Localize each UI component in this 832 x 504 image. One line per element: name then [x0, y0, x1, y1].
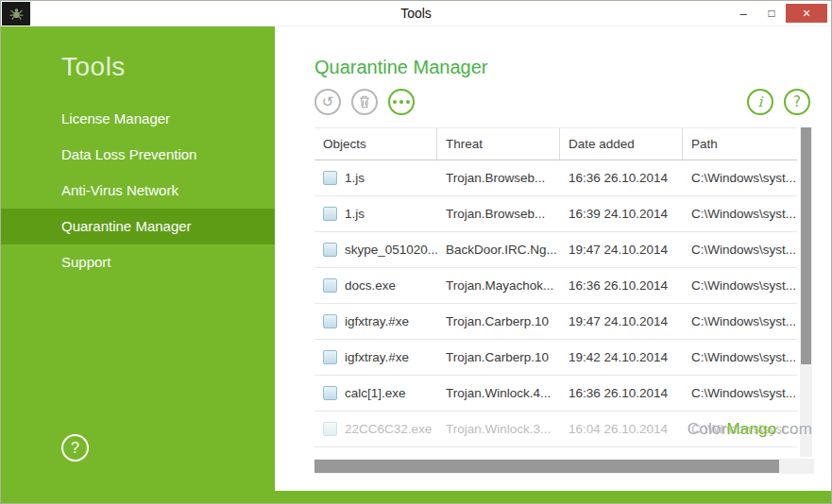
delete-button[interactable] [351, 89, 378, 115]
column-header-threat[interactable]: Threat [437, 128, 560, 160]
vertical-scrollbar[interactable] [800, 127, 812, 457]
toolbar-left-group: ↺ [314, 89, 415, 115]
file-icon [323, 386, 337, 400]
ellipsis-icon [393, 100, 410, 104]
page-title: Quarantine Manager [314, 57, 487, 78]
window-border-bottom [275, 491, 831, 503]
sidebar-item-quarantine-manager[interactable]: Quarantine Manager [1, 209, 275, 244]
table-row[interactable]: igfxtray.#xe Trojan.Carberp.10 19:47 24.… [314, 304, 797, 340]
file-path: C:\Windows\syst... [683, 304, 797, 339]
table-row[interactable]: calc[1].exe Trojan.Winlock.4... 16:36 26… [314, 376, 797, 412]
file-path: C:\Windows\syst... [683, 160, 797, 195]
file-path: C:\Windows\syst... [683, 232, 797, 267]
horizontal-scrollbar-thumb[interactable] [314, 460, 779, 473]
table-row[interactable]: 1.js Trojan.Browseb... 16:36 26.10.2014 … [314, 160, 797, 196]
table-row[interactable]: docs.exe Trojan.Mayachok... 16:36 26.10.… [314, 268, 797, 304]
file-icon [323, 278, 337, 293]
object-name: 1.js [345, 160, 365, 195]
sidebar-title: Tools [1, 26, 275, 82]
column-header-objects[interactable]: Objects [314, 128, 437, 160]
sidebar-item-license-manager[interactable]: License Manager [1, 101, 275, 137]
column-header-date-added[interactable]: Date added [560, 128, 683, 160]
more-actions-button[interactable] [388, 89, 415, 115]
object-name: 22CC6C32.exe [345, 412, 432, 446]
sidebar: Tools License Manager Data Loss Preventi… [1, 26, 275, 503]
object-name: 1.js [345, 196, 365, 231]
file-path: C:\Windows\syst... [683, 268, 797, 303]
minimize-button[interactable]: – [729, 4, 757, 23]
threat-name: Trojan.Carberp.10 [437, 340, 560, 375]
object-name: igfxtray.#xe [345, 304, 409, 339]
quarantine-table: Objects Threat Date added Path 1.js Troj… [314, 127, 797, 447]
column-header-path[interactable]: Path [683, 128, 797, 160]
object-name: skype_051020... [345, 232, 437, 267]
date-added: 16:36 26.10.2014 [560, 376, 683, 411]
table-row[interactable]: skype_051020... BackDoor.IRC.Ng... 19:47… [314, 232, 797, 268]
toolbar-right-group: i ? [747, 89, 810, 115]
file-icon [323, 171, 337, 185]
horizontal-scrollbar[interactable] [314, 459, 814, 474]
file-path: C:\Windows\syst... [683, 196, 797, 231]
date-added: 16:39 24.10.2014 [560, 196, 683, 231]
sidebar-help-button[interactable]: ? [61, 434, 89, 462]
threat-name: Trojan.Carberp.10 [437, 304, 560, 339]
threat-name: Trojan.Mayachok... [437, 268, 560, 303]
table-header-row: Objects Threat Date added Path [314, 127, 797, 160]
restore-button[interactable]: ↺ [314, 89, 341, 115]
watermark-part1: Color [688, 420, 727, 438]
date-added: 16:36 26.10.2014 [560, 268, 683, 303]
window-title: Tools [1, 1, 831, 26]
file-icon [323, 350, 337, 364]
info-icon: i [758, 95, 763, 109]
help-icon: ? [793, 95, 801, 109]
close-button[interactable]: × [786, 4, 827, 23]
date-added: 19:42 24.10.2014 [560, 340, 683, 375]
vertical-scrollbar-thumb[interactable] [801, 127, 811, 364]
object-name: calc[1].exe [345, 376, 406, 411]
tools-window: Tools – □ × Tools License Manager Data L… [0, 0, 832, 504]
restore-icon: ↺ [322, 95, 334, 109]
table-row[interactable]: igfxtray.#xe Trojan.Carberp.10 19:42 24.… [314, 340, 797, 376]
help-button[interactable]: ? [784, 89, 810, 115]
date-added: 16:04 26.10.2014 [560, 412, 683, 446]
window-controls: – □ × [729, 4, 827, 23]
threat-name: Trojan.Browseb... [437, 196, 560, 231]
file-path: C:\Windows\syst... [683, 376, 797, 411]
watermark: ColorMango.com [688, 420, 812, 439]
file-icon [323, 207, 337, 221]
file-icon [323, 243, 337, 257]
toolbar: ↺ i ? [314, 89, 810, 119]
file-icon [323, 422, 337, 436]
sidebar-item-support[interactable]: Support [1, 244, 275, 280]
date-added: 16:36 26.10.2014 [560, 160, 683, 195]
sidebar-item-data-loss-prevention[interactable]: Data Loss Prevention [1, 137, 275, 173]
threat-name: Trojan.Winlock.3... [437, 412, 560, 446]
titlebar: Tools – □ × [1, 1, 831, 26]
object-name: docs.exe [345, 268, 396, 303]
object-name: igfxtray.#xe [345, 340, 409, 375]
info-button[interactable]: i [747, 89, 773, 115]
table-row[interactable]: 1.js Trojan.Browseb... 16:39 24.10.2014 … [314, 196, 797, 232]
date-added: 19:47 24.10.2014 [560, 304, 683, 339]
watermark-part3: .com [776, 420, 812, 438]
threat-name: Trojan.Winlock.4... [437, 376, 560, 411]
file-icon [323, 314, 337, 328]
sidebar-item-anti-virus-network[interactable]: Anti-Virus Network [1, 173, 275, 209]
watermark-part2: Mango [726, 420, 776, 438]
file-path: C:\Windows\syst... [683, 340, 797, 375]
trash-icon [359, 95, 370, 109]
sidebar-nav: License Manager Data Loss Prevention Ant… [1, 101, 275, 280]
date-added: 19:47 24.10.2014 [560, 232, 683, 267]
threat-name: Trojan.Browseb... [437, 160, 560, 195]
threat-name: BackDoor.IRC.Ng... [437, 232, 560, 267]
maximize-button[interactable]: □ [757, 4, 786, 23]
